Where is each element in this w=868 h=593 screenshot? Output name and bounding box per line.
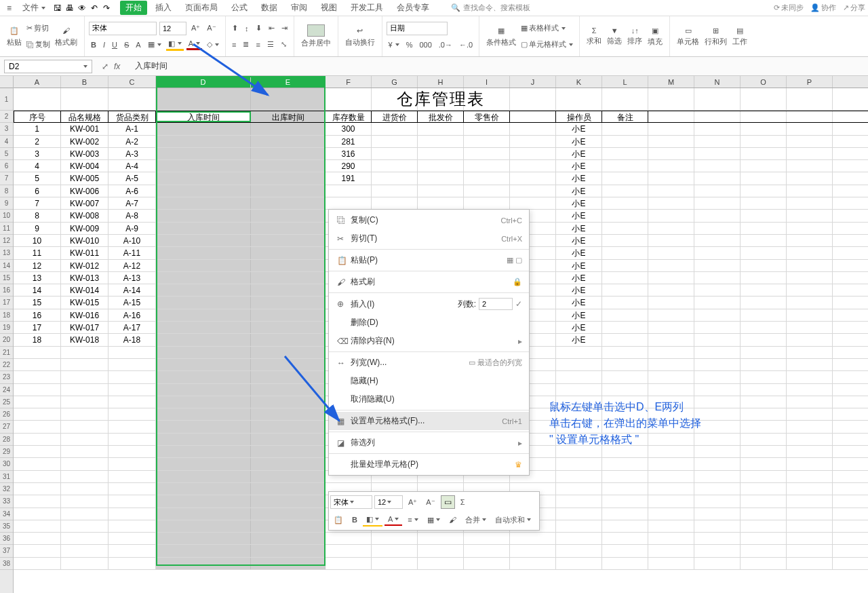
cell[interactable] xyxy=(464,172,510,184)
row-header[interactable]: 17 xyxy=(0,296,13,309)
cell[interactable]: KW-014 xyxy=(61,284,108,296)
cell[interactable] xyxy=(14,371,61,383)
cell[interactable] xyxy=(372,558,418,569)
cell[interactable] xyxy=(648,260,694,271)
cell[interactable]: 12 xyxy=(14,260,61,271)
cell[interactable] xyxy=(787,558,833,569)
cell[interactable] xyxy=(787,421,833,432)
cell[interactable] xyxy=(556,88,602,110)
cell[interactable] xyxy=(741,558,787,569)
cell[interactable] xyxy=(741,123,787,134)
cell[interactable] xyxy=(510,558,556,569)
cell[interactable] xyxy=(787,136,833,147)
cell[interactable]: 7 xyxy=(14,197,61,209)
cell[interactable] xyxy=(648,136,694,147)
cell[interactable] xyxy=(694,545,741,556)
cell[interactable] xyxy=(787,495,833,507)
cell[interactable] xyxy=(787,148,833,159)
mini-merge-button[interactable]: ▭ xyxy=(441,495,455,509)
cell[interactable]: 13 xyxy=(14,272,61,284)
cell[interactable] xyxy=(108,520,156,532)
cell[interactable] xyxy=(156,123,251,134)
cell[interactable] xyxy=(787,160,833,172)
cell[interactable] xyxy=(741,396,787,408)
format-painter-button[interactable]: 🖌格式刷 xyxy=(52,20,80,53)
cell[interactable] xyxy=(326,558,372,569)
cell[interactable] xyxy=(648,520,694,532)
cell[interactable]: KW-012 xyxy=(61,260,108,271)
row-header[interactable]: 5 xyxy=(0,148,13,160)
cell[interactable] xyxy=(14,396,61,408)
cell[interactable] xyxy=(648,247,694,259)
cell[interactable] xyxy=(372,123,418,134)
cell[interactable] xyxy=(602,272,648,284)
cell[interactable] xyxy=(787,247,833,259)
cell[interactable] xyxy=(787,384,833,396)
cell[interactable] xyxy=(648,148,694,159)
cell[interactable] xyxy=(694,483,741,495)
cell[interactable] xyxy=(602,235,648,246)
cell[interactable] xyxy=(787,545,833,556)
cell[interactable] xyxy=(156,296,251,308)
cell[interactable]: KW-017 xyxy=(61,322,108,333)
cell[interactable]: 小E xyxy=(556,309,602,321)
tab-插入[interactable]: 插入 xyxy=(150,1,177,15)
cell[interactable] xyxy=(694,223,741,234)
cell[interactable]: 191 xyxy=(326,172,372,184)
increase-font-icon[interactable]: A⁺ xyxy=(189,23,202,33)
cell[interactable]: A-18 xyxy=(108,334,156,345)
cell[interactable] xyxy=(741,185,787,197)
tab-页面布局[interactable]: 页面布局 xyxy=(180,1,223,15)
cell[interactable] xyxy=(156,185,251,197)
cell[interactable] xyxy=(464,545,510,556)
cell[interactable] xyxy=(694,260,741,271)
cell[interactable] xyxy=(741,458,787,470)
ctx-copy[interactable]: ⿻复制(C)Ctrl+C xyxy=(329,211,529,229)
font-name-select[interactable] xyxy=(89,22,157,35)
cell[interactable] xyxy=(510,160,556,172)
ctx-format-cells[interactable]: ▦设置单元格格式(F)...Ctrl+1 xyxy=(329,412,529,430)
cell[interactable] xyxy=(741,260,787,271)
cell[interactable] xyxy=(694,520,741,532)
cell[interactable] xyxy=(61,495,108,507)
cell[interactable]: A-15 xyxy=(108,296,156,308)
cell[interactable] xyxy=(787,322,833,333)
cell[interactable] xyxy=(602,123,648,134)
indent-dec-icon[interactable]: ⇤ xyxy=(267,23,277,33)
cell[interactable] xyxy=(251,446,326,457)
cell[interactable] xyxy=(464,197,510,209)
insert-cols-input[interactable] xyxy=(479,298,513,310)
table-style-button[interactable]: ▦ 表格样式 xyxy=(519,22,568,34)
cell[interactable] xyxy=(14,545,61,556)
cell[interactable] xyxy=(648,495,694,507)
sort-button[interactable]: ↓↑排序 xyxy=(625,26,645,47)
cell[interactable] xyxy=(108,446,156,457)
cell[interactable]: A-17 xyxy=(108,322,156,333)
cell[interactable] xyxy=(510,123,556,134)
cell[interactable]: KW-001 xyxy=(61,123,108,134)
cell[interactable] xyxy=(694,148,741,159)
cell[interactable] xyxy=(648,210,694,221)
ctx-paste[interactable]: 📋粘贴(P)▦ ▢ xyxy=(329,251,529,269)
cell[interactable] xyxy=(694,185,741,197)
cell[interactable] xyxy=(741,495,787,507)
undo-icon[interactable]: ↶ xyxy=(89,3,100,14)
cell[interactable] xyxy=(694,558,741,569)
cell[interactable]: A-11 xyxy=(108,247,156,259)
cell[interactable] xyxy=(741,296,787,308)
cell[interactable] xyxy=(61,347,108,358)
cell[interactable] xyxy=(741,421,787,432)
cell[interactable] xyxy=(251,235,326,246)
cell[interactable] xyxy=(741,210,787,221)
cell[interactable] xyxy=(694,446,741,457)
cell[interactable] xyxy=(418,185,464,197)
cell[interactable] xyxy=(372,197,418,209)
cell[interactable] xyxy=(156,533,251,544)
cell[interactable]: KW-011 xyxy=(61,247,108,259)
cell[interactable] xyxy=(251,458,326,470)
cell[interactable] xyxy=(741,347,787,358)
cell[interactable]: KW-009 xyxy=(61,223,108,234)
cell[interactable]: A-14 xyxy=(108,284,156,296)
cell[interactable] xyxy=(741,471,787,482)
cell[interactable] xyxy=(156,210,251,221)
